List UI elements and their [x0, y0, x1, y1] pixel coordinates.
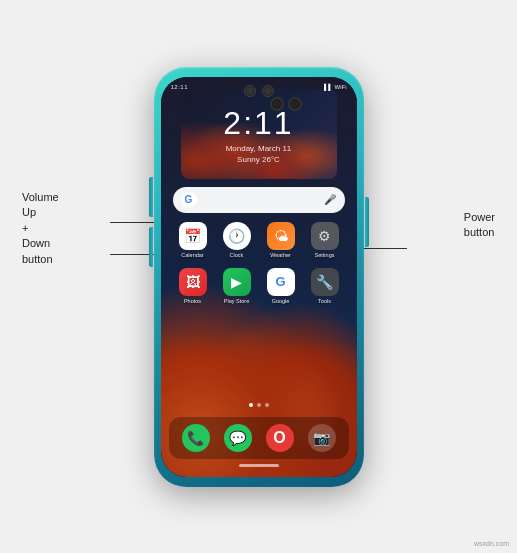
dot-3	[265, 403, 269, 407]
weather-label: Weather	[270, 252, 291, 258]
clock-icon: 🕐	[223, 222, 251, 250]
app-calendar[interactable]: 📅 Calendar	[174, 222, 212, 258]
play-store-icon: ▶	[223, 268, 251, 296]
status-right: ▌▌ WiFi	[324, 84, 347, 90]
app-weather[interactable]: 🌤 Weather	[262, 222, 300, 258]
app-row-2: 🖼 Photos ▶ Play Store G Google 🔧	[171, 268, 347, 304]
volume-up-arrow	[110, 222, 160, 223]
power-arrow	[357, 248, 407, 249]
app-play-store[interactable]: ▶ Play Store	[218, 268, 256, 304]
app-tools[interactable]: 🔧 Tools	[306, 268, 344, 304]
google-logo: G	[181, 192, 197, 208]
dock-phone[interactable]: 📞	[182, 424, 210, 452]
page-dots	[161, 403, 357, 407]
app-google[interactable]: G Google	[262, 268, 300, 304]
phone-shell: 12:11 ▌▌ WiFi 2:11 Monday, March 11 Sunn…	[154, 67, 364, 487]
front-lens-1	[244, 85, 256, 97]
google-label: Google	[272, 298, 290, 304]
watermark: wsxdn.com	[474, 540, 509, 547]
volume-label: Volume Up + Down button	[22, 190, 59, 267]
app-dock: 📞 💬 O 📷	[169, 417, 349, 459]
weather: Sunny 26°C	[161, 155, 357, 164]
volume-down-button[interactable]	[149, 227, 153, 267]
wifi-icon: WiFi	[335, 84, 347, 90]
power-label: Power button	[464, 210, 495, 241]
dock-opera[interactable]: O	[266, 424, 294, 452]
scene: Volume Up + Down button Power button	[0, 0, 517, 553]
app-grid: 📅 Calendar 🕐 Clock 🌤 Weather ⚙	[161, 222, 357, 314]
mic-icon[interactable]: 🎤	[323, 193, 337, 207]
tools-label: Tools	[318, 298, 331, 304]
app-clock[interactable]: 🕐 Clock	[218, 222, 256, 258]
volume-down-arrow	[110, 254, 160, 255]
play-store-label: Play Store	[224, 298, 249, 304]
photos-icon: 🖼	[179, 268, 207, 296]
volume-up-button[interactable]	[149, 177, 153, 217]
app-settings[interactable]: ⚙ Settings	[306, 222, 344, 258]
screen[interactable]: 12:11 ▌▌ WiFi 2:11 Monday, March 11 Sunn…	[161, 77, 357, 477]
app-row-1: 📅 Calendar 🕐 Clock 🌤 Weather ⚙	[171, 222, 347, 258]
weather-icon: 🌤	[267, 222, 295, 250]
app-photos[interactable]: 🖼 Photos	[174, 268, 212, 304]
dot-1	[249, 403, 253, 407]
photos-label: Photos	[184, 298, 201, 304]
date: Monday, March 11	[161, 144, 357, 153]
front-camera	[244, 85, 274, 97]
calendar-label: Calendar	[181, 252, 203, 258]
signal-icon: ▌▌	[324, 84, 333, 90]
nav-indicator	[239, 464, 279, 467]
dot-2	[257, 403, 261, 407]
dock-messages[interactable]: 💬	[224, 424, 252, 452]
tools-icon: 🔧	[311, 268, 339, 296]
settings-icon: ⚙	[311, 222, 339, 250]
nav-bar	[161, 460, 357, 472]
front-lens-2	[262, 85, 274, 97]
screen-bezel: 12:11 ▌▌ WiFi 2:11 Monday, March 11 Sunn…	[161, 77, 357, 477]
time-display: 2:11 Monday, March 11 Sunny 26°C	[161, 105, 357, 164]
clock: 2:11	[161, 105, 357, 142]
search-bar[interactable]: G 🎤	[173, 187, 345, 213]
google-icon: G	[267, 268, 295, 296]
power-button[interactable]	[365, 197, 369, 247]
dock-camera[interactable]: 📷	[308, 424, 336, 452]
calendar-icon: 📅	[179, 222, 207, 250]
clock-label: Clock	[230, 252, 244, 258]
settings-label: Settings	[315, 252, 335, 258]
status-left: 12:11	[171, 84, 189, 90]
